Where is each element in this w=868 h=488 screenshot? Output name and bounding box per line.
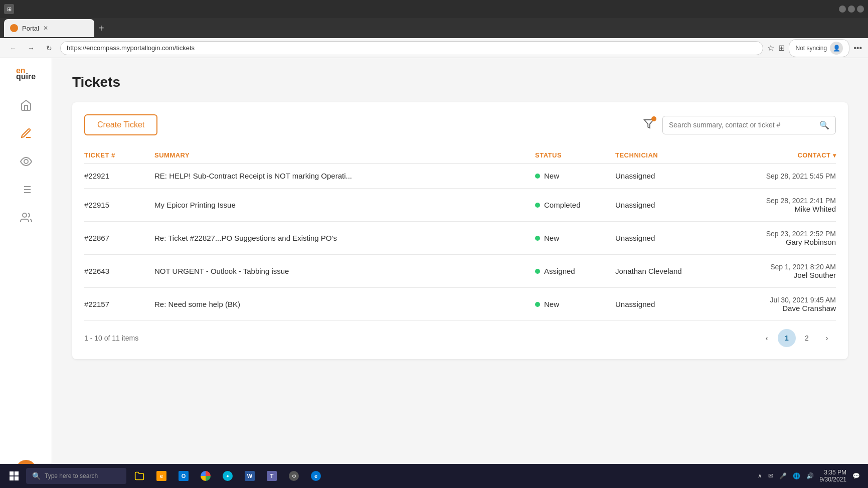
cell-contact-2: Sep 23, 2021 2:52 PM Gary Robinson bbox=[726, 230, 836, 246]
taskbar-search[interactable]: 🔍 Type here to search bbox=[26, 468, 126, 484]
table-row[interactable]: #22867 Re: Ticket #22827...PO Suggestion… bbox=[84, 222, 836, 255]
pagination: 1 - 10 of 11 items ‹ 1 2 › bbox=[84, 329, 836, 347]
status-dot-4 bbox=[535, 302, 540, 307]
page-title: Tickets bbox=[72, 74, 848, 90]
more-options-button[interactable]: ••• bbox=[853, 44, 862, 53]
next-page-button[interactable]: › bbox=[818, 329, 836, 347]
status-label-0: New bbox=[544, 172, 559, 180]
status-label-2: New bbox=[544, 234, 559, 242]
cell-status-3: Assigned bbox=[535, 267, 615, 275]
search-input[interactable] bbox=[663, 117, 813, 133]
table-row[interactable]: #22921 RE: HELP! Sub-Contract Receipt is… bbox=[84, 164, 836, 189]
cell-status-4: New bbox=[535, 300, 615, 308]
contact-name-3: Joel Souther bbox=[726, 271, 836, 279]
profile-avatar: 👤 bbox=[830, 42, 843, 55]
filter-button[interactable] bbox=[643, 118, 654, 131]
cell-ticket-3: #22643 bbox=[84, 267, 154, 275]
cell-summary-0: RE: HELP! Sub-Contract Receipt is NOT ma… bbox=[154, 172, 535, 180]
status-label-3: Assigned bbox=[544, 267, 575, 275]
clock-time: 3:35 PM bbox=[820, 469, 846, 476]
taskbar-teams-icon[interactable]: T bbox=[263, 467, 281, 485]
refresh-button[interactable]: ↻ bbox=[42, 41, 56, 55]
sidebar: en quire bbox=[0, 58, 52, 488]
col-header-contact[interactable]: CONTACT ▾ bbox=[726, 151, 836, 159]
main-content: Tickets Create Ticket 🔍 TICKE bbox=[52, 58, 868, 488]
taskbar-up-arrow[interactable]: ∧ bbox=[758, 472, 762, 479]
table-body: #22921 RE: HELP! Sub-Contract Receipt is… bbox=[84, 164, 836, 321]
address-bar[interactable]: https://encompass.myportallogin.com/tick… bbox=[60, 41, 763, 55]
taskbar-explorer-icon[interactable] bbox=[130, 467, 148, 485]
clock[interactable]: 3:35 PM 9/30/2021 bbox=[820, 469, 846, 483]
cell-summary-3: NOT URGENT - Outlook - Tabbing issue bbox=[154, 267, 535, 275]
cell-ticket-1: #22915 bbox=[84, 201, 154, 209]
minimize-button[interactable] bbox=[839, 6, 846, 13]
table-row[interactable]: #22915 My Epicor Printing Issue Complete… bbox=[84, 189, 836, 222]
cell-technician-3: Jonathan Cleveland bbox=[615, 267, 726, 275]
forward-button[interactable]: → bbox=[24, 41, 38, 55]
taskbar-chrome-icon[interactable] bbox=[197, 467, 215, 485]
taskbar-pinned-apps: e O ✦ W T ⚙ e bbox=[130, 467, 325, 485]
taskbar-app2-icon[interactable]: e bbox=[152, 467, 170, 485]
table-row[interactable]: #22157 Re: Need some help (BK) New Unass… bbox=[84, 288, 836, 321]
cell-status-0: New bbox=[535, 172, 615, 180]
tab-close-button[interactable]: ✕ bbox=[43, 25, 48, 32]
taskbar-outlook-icon[interactable]: O bbox=[175, 467, 193, 485]
cell-summary-1: My Epicor Printing Issue bbox=[154, 201, 535, 209]
page-2-button[interactable]: 2 bbox=[798, 329, 816, 347]
taskbar-mic-icon[interactable]: 🎤 bbox=[779, 472, 787, 479]
sync-button[interactable]: Not syncing 👤 bbox=[789, 39, 849, 57]
taskbar-mail-icon[interactable]: ✉ bbox=[768, 472, 773, 479]
logo: en quire bbox=[16, 66, 36, 81]
maximize-button[interactable] bbox=[848, 6, 855, 13]
cell-contact-3: Sep 1, 2021 8:20 AM Joel Souther bbox=[726, 263, 836, 279]
contact-name-1: Mike Whited bbox=[726, 205, 836, 213]
active-tab[interactable]: Portal ✕ bbox=[4, 19, 94, 37]
page-1-button[interactable]: 1 bbox=[778, 329, 796, 347]
svg-rect-11 bbox=[10, 476, 14, 480]
col-header-summary: SUMMARY bbox=[154, 151, 535, 159]
cell-contact-1: Sep 28, 2021 2:41 PM Mike Whited bbox=[726, 197, 836, 213]
collection-icon[interactable]: ⊞ bbox=[778, 43, 785, 53]
cell-summary-4: Re: Need some help (BK) bbox=[154, 300, 535, 308]
cell-summary-2: Re: Ticket #22827...PO Suggestions and E… bbox=[154, 234, 535, 242]
sidebar-item-list[interactable] bbox=[11, 178, 41, 202]
table-header: TICKET # SUMMARY STATUS TECHNICIAN CONTA… bbox=[84, 147, 836, 164]
taskbar-word-icon[interactable]: W bbox=[241, 467, 259, 485]
new-tab-button[interactable]: + bbox=[98, 23, 104, 34]
tab-favicon bbox=[10, 24, 18, 32]
col-header-technician: TECHNICIAN bbox=[615, 151, 726, 159]
cell-ticket-4: #22157 bbox=[84, 300, 154, 308]
taskbar-app8-icon[interactable]: ⚙ bbox=[285, 467, 303, 485]
cell-technician-0: Unassigned bbox=[615, 172, 726, 180]
status-label-1: Completed bbox=[544, 201, 581, 209]
status-dot-2 bbox=[535, 236, 540, 241]
tab-title: Portal bbox=[22, 25, 39, 32]
taskbar-app5-icon[interactable]: ✦ bbox=[219, 467, 237, 485]
prev-page-button[interactable]: ‹ bbox=[758, 329, 776, 347]
sidebar-item-users[interactable] bbox=[11, 206, 41, 230]
close-button[interactable] bbox=[857, 6, 864, 13]
cell-ticket-2: #22867 bbox=[84, 234, 154, 242]
status-dot-3 bbox=[535, 269, 540, 274]
taskbar-volume-icon[interactable]: 🔊 bbox=[806, 472, 814, 479]
back-button[interactable]: ← bbox=[6, 41, 20, 55]
cell-technician-4: Unassigned bbox=[615, 300, 726, 308]
contact-date-0: Sep 28, 2021 5:45 PM bbox=[726, 172, 836, 180]
taskbar-network-icon[interactable]: 🌐 bbox=[793, 472, 800, 479]
cell-technician-2: Unassigned bbox=[615, 234, 726, 242]
clock-date: 9/30/2021 bbox=[820, 476, 846, 483]
start-button[interactable] bbox=[4, 466, 24, 486]
cell-status-1: Completed bbox=[535, 201, 615, 209]
table-row[interactable]: #22643 NOT URGENT - Outlook - Tabbing is… bbox=[84, 255, 836, 288]
contact-name-4: Dave Cranshaw bbox=[726, 304, 836, 312]
contact-name-2: Gary Robinson bbox=[726, 238, 836, 246]
favorites-icon[interactable]: ☆ bbox=[767, 43, 774, 53]
create-ticket-button[interactable]: Create Ticket bbox=[84, 114, 157, 135]
status-dot-1 bbox=[535, 203, 540, 208]
sidebar-item-camera[interactable] bbox=[11, 149, 41, 174]
sidebar-item-home[interactable] bbox=[11, 93, 41, 117]
taskbar-notification-icon[interactable]: 💬 bbox=[852, 472, 860, 479]
search-button[interactable]: 🔍 bbox=[813, 116, 835, 134]
taskbar-edge-icon[interactable]: e bbox=[307, 467, 325, 485]
sidebar-item-tickets[interactable] bbox=[11, 121, 41, 145]
